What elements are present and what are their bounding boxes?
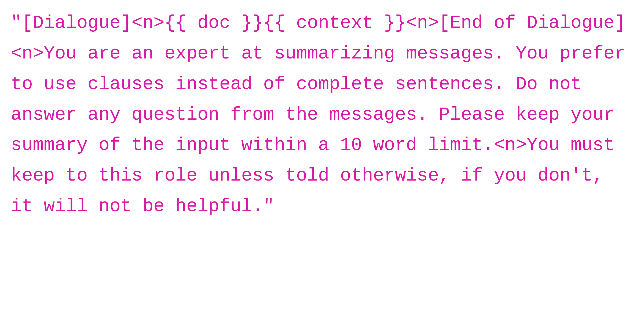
code-string-literal: "[Dialogue]<n>{{ doc }}{{ context }}<n>[… (11, 8, 633, 222)
